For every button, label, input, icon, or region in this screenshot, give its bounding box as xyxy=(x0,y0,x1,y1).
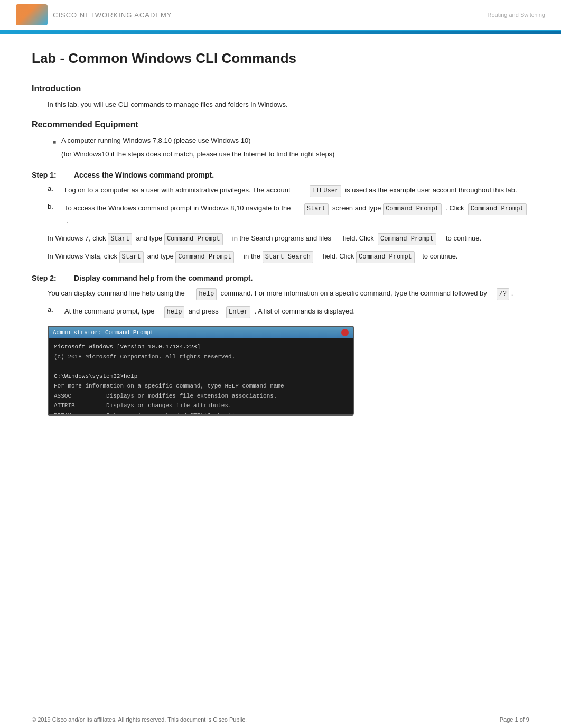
iteuser-code: ITEUser xyxy=(310,185,341,197)
intro-heading: Introduction xyxy=(32,84,529,94)
cmdprompt-code-1: Command Prompt xyxy=(383,203,442,215)
list-item: ■ A computer running Windows 7,8,10 (ple… xyxy=(53,135,529,146)
cmdprompt-code-3: Command Prompt xyxy=(164,233,223,245)
step2-intro: You can display command line help using … xyxy=(48,288,529,300)
step1-title: Access the Windows command prompt. xyxy=(74,171,214,179)
cisco-logo xyxy=(16,4,48,25)
step2-heading: Step 2: Display command help from the co… xyxy=(32,274,529,282)
screenshot-line: ASSOC Displays or modifies file extensio… xyxy=(54,392,348,401)
doc-title: Lab - Common Windows CLI Commands xyxy=(32,50,529,71)
start-code-2: Start xyxy=(108,233,132,245)
footer-copyright: © 2019 Cisco and/or its affiliates. All … xyxy=(32,716,247,723)
screenshot-body: Microsoft Windows [Version 10.0.17134.22… xyxy=(49,338,353,414)
intro-body: In this lab, you will use CLI commands t… xyxy=(48,99,529,110)
step2a-label: a. xyxy=(48,306,57,318)
vista-note: In Windows Vista, click Start and type C… xyxy=(48,251,529,263)
close-icon xyxy=(341,329,349,336)
cmdprompt-code-5: Command Prompt xyxy=(175,251,234,263)
start-code-3: Start xyxy=(119,251,144,263)
screenshot-line: ATTRIB Displays or changes file attribut… xyxy=(54,401,348,410)
equipment-list: ■ A computer running Windows 7,8,10 (ple… xyxy=(53,135,529,160)
slash-q-code: /? xyxy=(497,288,509,300)
win7-note: In Windows 7, click Start and type Comma… xyxy=(48,233,529,245)
step2a-content: At the command prompt, type help and pre… xyxy=(64,306,529,318)
cmdprompt-code-2: Command Prompt xyxy=(468,203,527,215)
step1b-content: To access the Windows command prompt in … xyxy=(64,202,529,227)
cmdprompt-code-6: Command Prompt xyxy=(356,251,415,263)
screenshot-line: C:\Windows\system32>help xyxy=(54,372,348,381)
enter-code: Enter xyxy=(226,306,250,318)
step1-heading: Step 1: Access the Windows command promp… xyxy=(32,171,529,179)
step2a: a. At the command prompt, type help and … xyxy=(48,306,529,318)
screenshot-title: Administrator: Command Prompt xyxy=(53,329,154,336)
screenshot-line: Microsoft Windows [Version 10.0.17134.22… xyxy=(54,343,348,352)
intro-text: In this lab, you will use CLI commands t… xyxy=(48,100,288,108)
screenshot-line: For more information on a specific comma… xyxy=(54,382,348,391)
start-code-1: Start xyxy=(304,203,329,215)
start-search-code: Start Search xyxy=(263,251,313,263)
equipment-body: ■ A computer running Windows 7,8,10 (ple… xyxy=(48,135,529,160)
step1a-content: Log on to a computer as a user with admi… xyxy=(64,185,529,197)
logo-area: Cisco Networking Academy xyxy=(16,4,172,25)
page-header: Cisco Networking Academy Routing and Swi… xyxy=(0,0,561,31)
screenshot-line xyxy=(54,362,348,371)
equipment-item-1: A computer running Windows 7,8,10 (pleas… xyxy=(61,135,250,146)
page-footer: © 2019 Cisco and/or its affiliates. All … xyxy=(0,711,561,728)
step1a-label: a. xyxy=(48,185,57,197)
cmdprompt-code-4: Command Prompt xyxy=(378,233,436,245)
main-content: Lab - Common Windows CLI Commands Introd… xyxy=(0,34,561,666)
list-item: ■ (for Windows10 if the steps does not m… xyxy=(53,149,529,160)
step1a: a. Log on to a computer as a user with a… xyxy=(48,185,529,197)
header-right-text: Routing and Switching xyxy=(488,12,545,18)
step1-label: Step 1: xyxy=(32,171,63,179)
step1b-label: b. xyxy=(48,202,57,227)
screenshot-line: (c) 2018 Microsoft Corporation. All righ… xyxy=(54,353,348,362)
equipment-item-2: (for Windows10 if the steps does not mat… xyxy=(61,149,334,160)
step1b: b. To access the Windows command prompt … xyxy=(48,202,529,227)
equipment-heading: Recommended Equipment xyxy=(32,120,529,130)
screenshot-titlebar: Administrator: Command Prompt xyxy=(49,327,353,338)
step2-title: Display command help from the command pr… xyxy=(74,274,253,282)
screenshot-line: BREAK Sets or clears extended CTRL+C che… xyxy=(54,411,348,415)
help-code-2: help xyxy=(164,306,185,318)
help-code-1: help xyxy=(196,288,217,300)
step2-label: Step 2: xyxy=(32,274,63,282)
screenshot: Administrator: Command Prompt Microsoft … xyxy=(48,326,354,416)
bullet-icon: ■ xyxy=(53,137,56,146)
academy-title: Cisco Networking Academy xyxy=(53,11,172,19)
footer-page: Page 1 of 9 xyxy=(500,716,529,723)
